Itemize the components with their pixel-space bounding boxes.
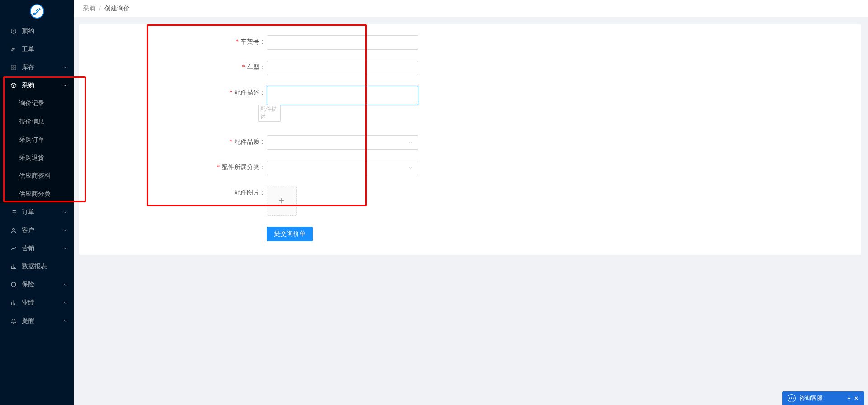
chevron-down-icon <box>63 210 67 214</box>
submenu-item-purchase-order[interactable]: 采购订单 <box>0 131 74 149</box>
desc-tooltip: 配件描述 <box>258 105 281 122</box>
image-upload[interactable]: + <box>267 186 297 216</box>
menu-label: 营销 <box>22 244 63 253</box>
main-menu: 预约 工单 库存 采购 <box>0 22 74 330</box>
chat-close-icon[interactable] <box>854 395 861 401</box>
sidebar-item-order[interactable]: 订单 <box>0 203 74 221</box>
sidebar-item-appointment[interactable]: 预约 <box>0 22 74 40</box>
menu-label: 预约 <box>22 27 67 35</box>
plus-icon: + <box>279 195 285 207</box>
submenu-purchase: 询价记录 报价信息 采购订单 采购退货 供应商资料 供应商分类 <box>0 95 74 203</box>
chart-icon <box>10 299 17 306</box>
menu-label: 数据报表 <box>22 262 67 271</box>
chevron-up-icon <box>63 83 67 88</box>
submenu-item-supplier-category[interactable]: 供应商分类 <box>0 185 74 203</box>
svg-point-0 <box>33 13 35 14</box>
logo <box>0 0 74 22</box>
breadcrumb: 采购 / 创建询价 <box>74 0 868 17</box>
chevron-down-icon <box>408 140 413 145</box>
menu-label: 业绩 <box>22 299 63 307</box>
main: 采购 / 创建询价 *车架号 : *车型 : *配件描述 : <box>74 0 868 405</box>
desc-label: *配件描述 : <box>88 86 267 97</box>
sidebar-item-inventory[interactable]: 库存 <box>0 58 74 76</box>
image-label: 配件图片 : <box>88 186 267 197</box>
sidebar-item-performance[interactable]: 业绩 <box>0 294 74 312</box>
sidebar-item-workorder[interactable]: 工单 <box>0 40 74 58</box>
chat-label: 咨询客服 <box>799 394 823 402</box>
chat-icon: ••• <box>788 394 796 402</box>
sidebar: 预约 工单 库存 采购 <box>0 0 74 405</box>
submit-button[interactable]: 提交询价单 <box>267 227 313 241</box>
svg-point-6 <box>13 228 15 230</box>
chat-widget[interactable]: ••• 咨询客服 <box>782 391 864 405</box>
vin-label: *车架号 : <box>88 35 267 46</box>
svg-rect-3 <box>14 65 16 67</box>
grid-icon <box>10 64 17 71</box>
menu-label: 保险 <box>22 281 63 289</box>
chevron-down-icon <box>63 65 67 70</box>
chat-expand-icon[interactable] <box>846 395 854 401</box>
shield-icon <box>10 281 17 288</box>
submenu-item-supplier-profile[interactable]: 供应商资料 <box>0 167 74 185</box>
quality-select[interactable] <box>267 135 418 150</box>
chevron-down-icon <box>63 228 67 233</box>
menu-label: 订单 <box>22 208 63 216</box>
quality-label: *配件品质 : <box>88 135 267 146</box>
svg-rect-2 <box>11 65 13 67</box>
sidebar-item-purchase[interactable]: 采购 <box>0 76 74 95</box>
breadcrumb-separator: / <box>99 5 101 12</box>
clock-icon <box>10 28 17 35</box>
model-label: *车型 : <box>88 61 267 71</box>
submenu-item-inquiry-records[interactable]: 询价记录 <box>0 95 74 113</box>
svg-rect-5 <box>14 68 16 70</box>
chevron-down-icon <box>408 165 413 171</box>
sidebar-item-customer[interactable]: 客户 <box>0 221 74 239</box>
chevron-down-icon <box>63 319 67 323</box>
menu-label: 工单 <box>22 45 67 53</box>
sidebar-item-reports[interactable]: 数据报表 <box>0 257 74 276</box>
submenu-item-quotation[interactable]: 报价信息 <box>0 113 74 131</box>
sidebar-item-insurance[interactable]: 保险 <box>0 276 74 294</box>
breadcrumb-current: 创建询价 <box>104 5 130 13</box>
menu-label: 采购 <box>22 81 63 90</box>
menu-label: 提醒 <box>22 317 63 325</box>
desc-textarea[interactable] <box>267 86 418 105</box>
category-select[interactable] <box>267 161 418 175</box>
svg-rect-4 <box>11 68 13 70</box>
chart-icon <box>10 263 17 270</box>
bell-icon <box>10 317 17 324</box>
logo-icon <box>30 4 44 19</box>
chevron-down-icon <box>63 282 67 287</box>
breadcrumb-parent[interactable]: 采购 <box>83 5 95 13</box>
submenu-item-purchase-return[interactable]: 采购退货 <box>0 149 74 167</box>
list-icon <box>10 209 17 216</box>
menu-label: 库存 <box>22 63 63 71</box>
inquiry-form: *车架号 : *车型 : *配件描述 : 配件描述 <box>88 35 432 241</box>
wrench-icon <box>10 46 17 53</box>
trend-icon <box>10 245 17 252</box>
chevron-down-icon <box>63 246 67 251</box>
chevron-down-icon <box>63 300 67 305</box>
category-label: *配件所属分类 : <box>88 161 267 172</box>
sidebar-item-marketing[interactable]: 营销 <box>0 239 74 257</box>
vin-input[interactable] <box>267 35 418 50</box>
sidebar-item-reminder[interactable]: 提醒 <box>0 312 74 330</box>
user-icon <box>10 227 17 234</box>
model-input[interactable] <box>267 61 418 75</box>
menu-label: 客户 <box>22 226 63 234</box>
form-panel: *车架号 : *车型 : *配件描述 : 配件描述 <box>79 24 861 255</box>
package-icon <box>10 82 17 89</box>
